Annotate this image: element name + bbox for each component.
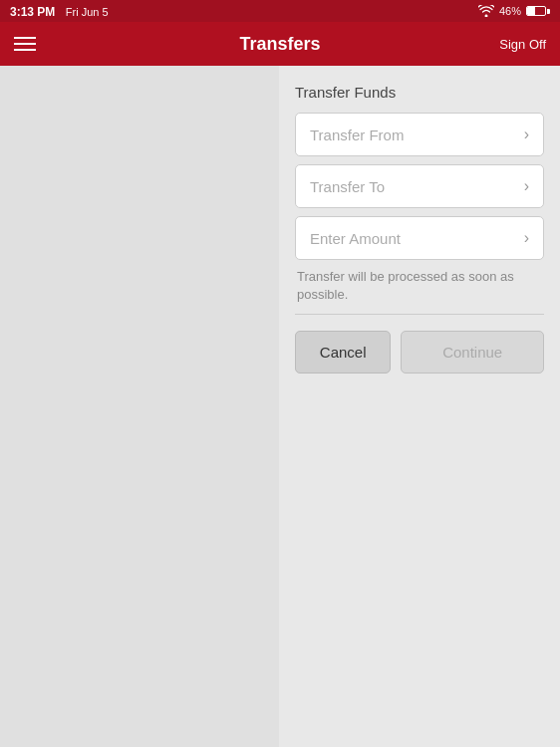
status-indicators: 46% xyxy=(478,5,550,17)
wifi-icon xyxy=(478,5,494,17)
sign-off-button[interactable]: Sign Off xyxy=(499,37,546,52)
right-panel: Transfer Funds Transfer From › Transfer … xyxy=(279,66,560,747)
continue-button: Continue xyxy=(401,331,544,374)
page-title: Transfers xyxy=(239,34,320,55)
cancel-button[interactable]: Cancel xyxy=(295,331,391,374)
transfer-from-field[interactable]: Transfer From › xyxy=(295,113,544,156)
transfer-from-label: Transfer From xyxy=(310,126,404,143)
button-row: Cancel Continue xyxy=(295,331,544,374)
left-panel xyxy=(0,66,279,747)
menu-line-3 xyxy=(14,49,36,51)
section-title: Transfer Funds xyxy=(295,84,544,101)
menu-line-1 xyxy=(14,37,36,39)
status-time: 3:13 PM xyxy=(10,5,55,19)
divider xyxy=(295,314,544,315)
enter-amount-label: Enter Amount xyxy=(310,230,401,247)
enter-amount-chevron-icon: › xyxy=(524,229,529,247)
transfer-to-label: Transfer To xyxy=(310,178,385,195)
battery-percentage: 46% xyxy=(499,5,521,17)
transfer-to-field[interactable]: Transfer To › xyxy=(295,164,544,208)
info-text: Transfer will be processed as soon as po… xyxy=(295,268,544,304)
status-time-date: 3:13 PM Fri Jun 5 xyxy=(10,2,109,20)
transfer-from-chevron-icon: › xyxy=(524,125,529,143)
menu-button[interactable] xyxy=(14,37,36,51)
status-bar: 3:13 PM Fri Jun 5 46% xyxy=(0,0,560,22)
main-content: Transfer Funds Transfer From › Transfer … xyxy=(0,66,560,747)
nav-bar: Transfers Sign Off xyxy=(0,22,560,66)
status-date: Fri Jun 5 xyxy=(66,6,109,18)
transfer-to-chevron-icon: › xyxy=(524,177,529,195)
menu-line-2 xyxy=(14,43,36,45)
enter-amount-field[interactable]: Enter Amount › xyxy=(295,216,544,260)
battery-icon xyxy=(526,6,550,16)
